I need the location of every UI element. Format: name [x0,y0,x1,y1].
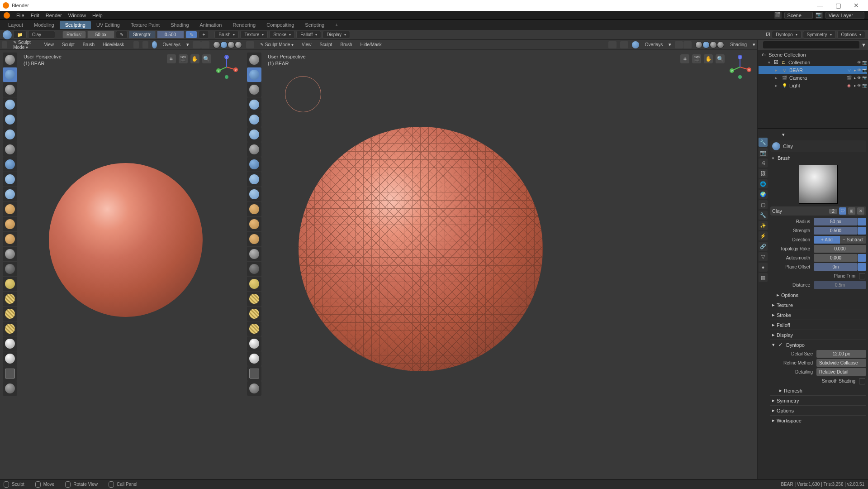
panel-remesh[interactable]: ▸Remesh [773,386,866,395]
plane-offset-pressure[interactable] [858,263,866,271]
wireframe-toggle[interactable] [201,41,209,48]
tool-simplify[interactable] [247,351,261,366]
vp-menu-sculpt[interactable]: Sculpt [60,41,77,48]
tab-shading[interactable]: Shading [165,21,194,29]
prop-tab-tool[interactable]: 🔧 [759,138,768,147]
tool-clay[interactable] [3,67,17,82]
vp-menu-sculpt[interactable]: Sculpt [318,41,335,48]
tool-snake-hook[interactable] [3,247,17,261]
outliner-item-bear[interactable]: ▸ ▽ BEAR ▽ ▸ 👁 📷 [759,66,867,74]
expand-toggle[interactable]: ▸ [773,83,779,88]
shading-lookdev[interactable] [228,41,235,48]
stroke-dropdown[interactable]: Stroke▾ [269,31,295,38]
outliner-scene-collection[interactable]: 🗀 Scene Collection [759,51,867,58]
brush-new-button[interactable]: ⊞ [848,207,855,215]
menu-file[interactable]: File [16,13,24,18]
panel-texture[interactable]: ▸Texture [770,300,866,310]
nav-camera-icon[interactable]: 🎬 [179,54,188,63]
tool-fill[interactable] [3,187,17,201]
select-icon[interactable]: ▸ [854,83,856,88]
scene-icon[interactable]: 🎬 [774,12,782,19]
prop-tab-render[interactable]: 📷 [759,148,768,157]
strength-pressure-toggle[interactable]: ✎ [185,31,197,38]
tool-snake-hook[interactable] [247,247,261,261]
options-dropdown[interactable]: Options▾ [837,31,865,38]
fake-user-toggle[interactable]: 🛡 [839,207,846,215]
tool-rotate3[interactable] [3,321,17,336]
expand-toggle[interactable]: ▸ [773,68,779,72]
panel-options[interactable]: ▸Options [770,290,866,300]
tool-draw[interactable] [3,53,17,67]
orientation-icon[interactable] [608,41,617,48]
brush-dropdown[interactable]: Brush▾ [214,31,239,38]
outliner-search[interactable] [763,41,859,48]
brush-browse[interactable]: 📁 [13,31,27,38]
nav-pan-icon[interactable]: ✋ [704,54,713,63]
maximize-button[interactable]: ▢ [829,2,847,9]
editor-type-icon[interactable] [2,41,7,48]
tool-smooth[interactable] [3,157,17,172]
shading-wireframe[interactable] [213,41,220,48]
tab-add[interactable]: + [330,21,343,29]
tool-clay-strips[interactable] [247,82,261,97]
shading-solid[interactable] [220,41,228,48]
tool-annotate[interactable] [247,381,261,396]
nav-zoom-region-icon[interactable]: ⌗ [167,54,176,63]
strength-value[interactable]: 0.500 [157,31,184,38]
shading-lookdev[interactable] [710,41,717,48]
prop-tab-scene[interactable]: 🌐 [759,179,768,188]
tool-pinch[interactable] [247,217,261,231]
mode-selector[interactable]: ✎ Sculpt Mode ▾ [258,41,296,48]
brush-unlink-button[interactable]: ✕ [857,207,864,215]
menu-help[interactable]: Help [92,13,103,18]
tool-rotate2[interactable] [3,307,17,321]
direction-toggle[interactable]: + [199,31,209,38]
tool-blob[interactable] [247,127,261,142]
nav-zoom-region-icon[interactable]: ⌗ [680,54,689,63]
prop-tab-world[interactable]: 🌍 [759,190,768,199]
tab-texture-paint[interactable]: Texture Paint [125,21,165,29]
eye-icon[interactable]: 👁 [857,60,861,65]
tool-thumb[interactable] [3,262,17,276]
render-icon[interactable]: 📷 [862,76,867,80]
panel-display[interactable]: ▸Display [770,330,866,340]
tool-pinch[interactable] [3,217,17,231]
shading-label[interactable]: Shading [728,41,749,48]
plane-trim-toggle[interactable] [859,273,865,279]
menu-render[interactable]: Render [46,13,62,18]
tool-rotate[interactable] [247,292,261,306]
tool-crease[interactable] [247,142,261,157]
tool-box-mask[interactable] [247,366,261,381]
nav-camera-icon[interactable]: 🎬 [692,54,701,63]
scene-selector[interactable]: Scene [784,12,813,19]
tool-grab[interactable] [3,232,17,246]
tool-clay[interactable] [247,67,261,82]
eye-icon[interactable]: 👁 [857,76,861,80]
panel-symmetry[interactable]: ▸Symmetry [770,395,866,405]
tool-scrape[interactable] [3,202,17,216]
prop-tab-physics[interactable]: ⚡ [759,231,768,240]
nav-gizmo[interactable]: XY Z [214,54,239,80]
dyntopo-check[interactable]: ☑ [766,32,770,38]
brush-preview[interactable] [799,165,838,204]
tool-blob[interactable] [3,127,17,142]
tool-smooth[interactable] [247,157,261,172]
prop-tab-object[interactable]: ▢ [759,200,768,209]
tool-clay-strips[interactable] [3,82,17,97]
pivot-icon[interactable] [142,41,148,48]
shading-solid[interactable] [702,41,710,48]
tool-crease[interactable] [3,142,17,157]
outliner-filter-icon[interactable]: ▼ [861,42,866,48]
nav-zoom-icon[interactable]: 🔍 [716,54,725,63]
prop-tab-view-layer[interactable]: 🖼 [759,169,768,178]
prop-tab-constraints[interactable]: 🔗 [759,242,768,251]
tool-layer[interactable] [247,97,261,112]
tool-inflate[interactable] [3,112,17,127]
view-layer-icon[interactable]: 📷 [816,12,823,19]
prop-tab-texture[interactable]: ▦ [759,273,768,282]
tool-rotate[interactable] [3,292,17,306]
outliner-item-camera[interactable]: ▸ 🎬 Camera 🎬 ▸ 👁 📷 [759,74,867,82]
tab-modeling[interactable]: Modeling [28,21,60,29]
dyntopo-enable[interactable]: ✓ [778,342,783,348]
nav-pan-icon[interactable]: ✋ [190,54,199,63]
